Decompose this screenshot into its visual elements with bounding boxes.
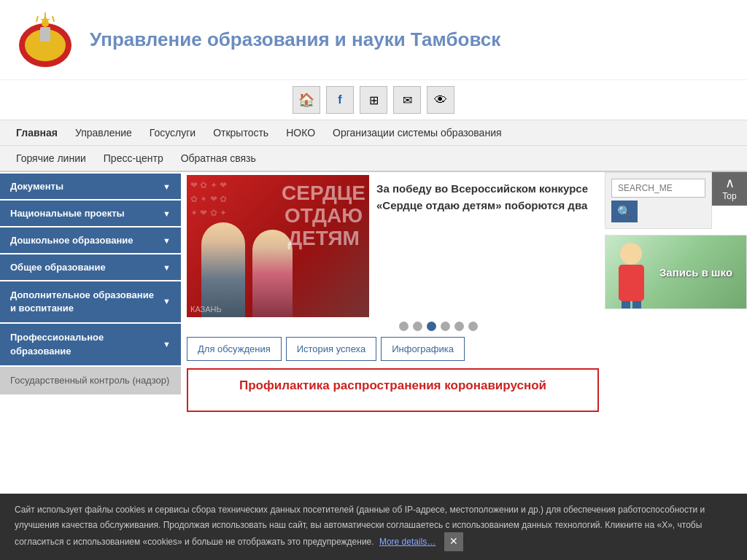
arrow-icon-5: ▼ [163,296,171,307]
nav-item-upravlenie[interactable]: Управление [66,120,141,145]
social-bar: 🏠 f ⊞ ✉ 👁 [0,80,747,120]
svg-rect-2 [40,27,50,42]
dot-5[interactable] [454,322,464,331]
top-label: Top [722,191,736,201]
nav-item-noko[interactable]: НОКО [277,120,324,145]
dot-1[interactable] [399,322,409,331]
sidebar-label-documents: Документы [10,181,63,192]
sidebar-item-national[interactable]: Национальные проекты ▼ [0,201,181,226]
search-input[interactable] [611,179,705,198]
slideshow: ❤ ✿ ✦ ❤✿ ✦ ❤ ✿✦ ❤ ✿ ✦ СЕРДЦЕОТДАЮДЕТЯМ К… [187,175,599,317]
nav-item-feedback[interactable]: Обратная связь [172,146,265,171]
sidebar-label-national: Национальные проекты [10,208,125,219]
sidebar-item-general[interactable]: Общее образование ▼ [0,254,181,280]
top-button[interactable]: ∧ Top [712,172,747,206]
register-image: Запись в шко [605,236,746,308]
sidebar-label-preschool: Дошкольное образование [10,235,133,246]
svg-line-7 [53,16,54,22]
dot-4[interactable] [441,322,450,331]
arrow-icon: ▼ [163,182,171,191]
tab-infographic[interactable]: Инфографика [381,337,465,361]
nav-item-organizations[interactable]: Организации системы образования [324,120,510,145]
sidebar-item-preschool[interactable]: Дошкольное образование ▼ [0,228,181,253]
sidebar-label-control: Государственный контроль (надзор) [10,375,169,386]
nav-item-press[interactable]: Пресс-центр [95,146,172,171]
arrow-icon-3: ▼ [163,236,171,245]
register-label: Запись в шко [659,266,732,279]
logo [15,9,77,71]
nav-item-gosuslug[interactable]: Госуслуги [141,120,204,145]
facebook-icon[interactable]: f [326,86,354,114]
dot-6[interactable] [468,322,478,331]
sidebar-label-general: Общее образование [10,262,106,273]
svg-line-5 [36,16,38,22]
slide-image: ❤ ✿ ✦ ❤✿ ✦ ❤ ✿✦ ❤ ✿ ✦ СЕРДЦЕОТДАЮДЕТЯМ К… [187,175,369,317]
sidebar-item-additional[interactable]: Дополнительное образование и воспитание … [0,281,181,322]
sidebar-label-additional: Дополнительное образование и воспитание [10,289,158,315]
email-icon[interactable]: ✉ [393,86,421,114]
sidebar-item-professional[interactable]: Профессиональное образование ▼ [0,324,181,365]
nav-row-2: Горячие линии Пресс-центр Обратная связь [0,145,747,171]
slide-dots [187,322,599,331]
nav-item-glavnaya[interactable]: Главная [7,120,66,145]
sidebar-label-professional: Профессиональное образование [10,331,158,357]
eye-icon[interactable]: 👁 [427,86,454,114]
slide-caption: За победу во Всероссийском конкурсе «Сер… [369,175,599,219]
sidebar-item-control[interactable]: Государственный контроль (надзор) [0,367,181,394]
search-box: 🔍 [605,172,712,229]
sitemap-icon[interactable]: ⊞ [360,86,387,114]
chevron-up-icon: ∧ [715,176,744,190]
arrow-icon-6: ▼ [163,339,171,350]
main-content: Документы ▼ Национальные проекты ▼ Дошко… [0,172,747,449]
arrow-icon-4: ▼ [163,263,171,272]
tabs: Для обсуждения История успеха Инфографик… [187,337,599,361]
register-box[interactable]: Запись в шко [605,235,747,309]
center-content: ❤ ✿ ✦ ❤✿ ✦ ❤ ✿✦ ❤ ✿ ✦ СЕРДЦЕОТДАЮДЕТЯМ К… [181,172,605,449]
navigation: Главная Управление Госуслуги Открытость … [0,120,747,172]
search-button[interactable]: 🔍 [611,201,638,222]
featured-title: Профилактика распространения коронавирус… [197,378,589,393]
tab-discussion[interactable]: Для обсуждения [187,337,282,361]
nav-row-1: Главная Управление Госуслуги Открытость … [0,120,747,145]
site-title: Управление образования и науки Тамбовск [90,28,500,51]
left-sidebar: Документы ▼ Национальные проекты ▼ Дошко… [0,172,181,449]
nav-item-hotline[interactable]: Горячие линии [7,146,95,171]
nav-item-otkrytost[interactable]: Открытость [204,120,277,145]
svg-point-4 [42,20,49,27]
search-icon: 🔍 [617,205,632,219]
header: Управление образования и науки Тамбовск [0,0,747,80]
right-sidebar: ∧ Top 🔍 [605,172,747,449]
tab-success[interactable]: История успеха [286,337,376,361]
arrow-icon-2: ▼ [163,209,171,218]
dot-3[interactable] [427,322,436,331]
sidebar-item-documents[interactable]: Документы ▼ [0,174,181,199]
dot-2[interactable] [413,322,422,331]
home-icon[interactable]: 🏠 [293,86,320,114]
featured-article: Профилактика распространения коронавирус… [187,368,599,412]
